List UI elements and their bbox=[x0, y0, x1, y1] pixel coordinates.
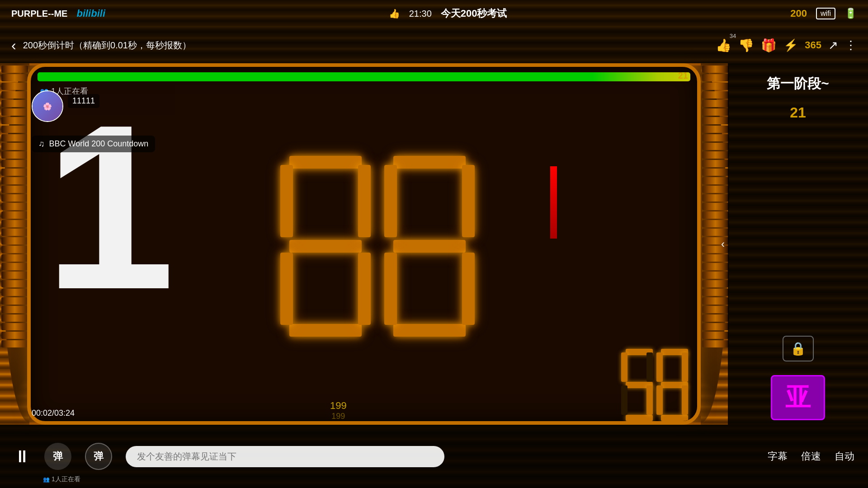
like-btn[interactable]: 👍 34 bbox=[716, 38, 731, 53]
back-arrow[interactable]: ‹ bbox=[11, 37, 16, 54]
right-sidebar: 第一阶段~ 21 🔒 亚 ‹ bbox=[728, 63, 868, 425]
seconds-tens bbox=[621, 349, 653, 412]
battery-icon: 🔋 bbox=[844, 8, 857, 19]
digit-tens bbox=[280, 156, 371, 337]
dislike-btn[interactable]: 👎 bbox=[738, 38, 754, 53]
header-main-title: 今天200秒考试 bbox=[441, 7, 507, 20]
comment-input[interactable] bbox=[126, 446, 444, 467]
top-header-row: PURPLE--ME bilibili 👍 21:30 今天200秒考试 200… bbox=[0, 0, 868, 27]
clock-display: 21 👥 1人正在看 1 bbox=[27, 63, 701, 425]
total-time: 03:24 bbox=[54, 408, 75, 418]
music-info: ♫ BBC World 200 Countdown bbox=[32, 136, 155, 152]
user-avatar: 🌸 bbox=[32, 90, 63, 122]
channel-name: PURPLE--ME bbox=[11, 9, 67, 19]
progress-number: 21 bbox=[678, 70, 688, 81]
second-header: ‹ 200秒倒计时（精确到0.01秒，每秒报数） 👍 34 👎 🎁 ⚡ 365 … bbox=[0, 27, 868, 63]
avatar-placeholder: 🌸 bbox=[33, 91, 62, 121]
red-indicator-bar bbox=[550, 166, 557, 239]
danmaku-num-2: 199 bbox=[330, 412, 347, 421]
danmaku-overlay-numbers: 199 199 bbox=[330, 400, 347, 421]
more-btn[interactable]: ⋮ bbox=[845, 38, 857, 52]
user-name: 11111 bbox=[68, 94, 99, 108]
video-title: 200秒倒计时（精确到0.01秒，每秒报数） bbox=[23, 39, 709, 52]
share-count: 365 bbox=[805, 39, 821, 51]
current-time: 00:02 bbox=[32, 408, 52, 418]
danmaku-num-1: 199 bbox=[330, 400, 347, 412]
purple-box[interactable]: 亚 bbox=[771, 375, 825, 420]
danmaku-btn-2[interactable]: 弹 bbox=[85, 443, 112, 470]
segment-display bbox=[157, 99, 598, 394]
lock-icon: 🔒 bbox=[790, 342, 806, 356]
auto-btn[interactable]: 自动 bbox=[835, 450, 854, 463]
music-text: BBC World 200 Countdown bbox=[49, 139, 149, 149]
right-wood-frame bbox=[701, 63, 730, 425]
time-display: 00:02/03:24 bbox=[32, 408, 75, 418]
gift-btn[interactable]: 🎁 bbox=[761, 38, 777, 53]
like-count: 34 bbox=[730, 33, 736, 39]
phase-number: 21 bbox=[790, 104, 806, 121]
pause-icon: ⏸ bbox=[14, 447, 31, 466]
charge-icon: ⚡ bbox=[783, 38, 798, 52]
wifi-label: wifi bbox=[816, 8, 835, 19]
pause-button[interactable]: ⏸ bbox=[14, 447, 31, 466]
left-wood-frame bbox=[0, 63, 29, 425]
lock-button[interactable]: 🔒 bbox=[783, 336, 814, 361]
digit-ones bbox=[384, 156, 475, 337]
danmaku-btn-1[interactable]: 弹 bbox=[44, 443, 71, 470]
phase-label: 第一阶段~ bbox=[767, 68, 829, 100]
bottom-bar: ⏸ 👥 1人正在看 弹 弹 字幕 倍速 自动 bbox=[0, 425, 868, 488]
large-digit: 1 bbox=[44, 89, 175, 324]
bottom-viewer-count: 👥 1人正在看 bbox=[43, 475, 80, 483]
seconds-display bbox=[621, 349, 688, 412]
purple-character: 亚 bbox=[785, 380, 811, 415]
seconds-ones bbox=[656, 349, 688, 412]
share-btn[interactable]: ↗ bbox=[828, 38, 838, 52]
subtitle-btn[interactable]: 字幕 bbox=[768, 450, 788, 463]
speed-btn[interactable]: 倍速 bbox=[801, 450, 821, 463]
view-count-header: 200 bbox=[790, 8, 807, 19]
like-icon-top: 👍 bbox=[389, 8, 400, 19]
bilibili-logo-top: bilibili bbox=[76, 8, 105, 19]
music-icon: ♫ bbox=[38, 139, 45, 149]
header-time: 21:30 bbox=[409, 9, 432, 19]
sidebar-collapse-btn[interactable]: ‹ bbox=[721, 238, 725, 250]
